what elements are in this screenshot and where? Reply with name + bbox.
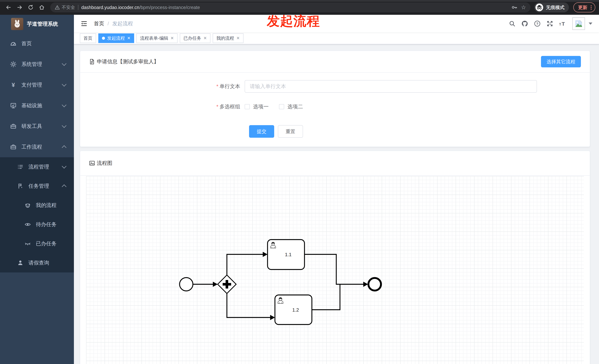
flow-diagram-card-header: 流程图 — [80, 151, 590, 176]
person-icon — [17, 260, 24, 266]
required-asterisk: * — [216, 84, 218, 89]
avatar-dropdown-caret[interactable] — [589, 23, 592, 25]
tab-label: 我的流程 — [216, 35, 234, 41]
bpmn-user-task-1-1[interactable]: 1.1 — [268, 240, 305, 270]
breadcrumb-separator: / — [107, 21, 109, 26]
submit-button[interactable]: 提交 — [249, 125, 274, 138]
dashboard-gauge-icon — [10, 40, 17, 47]
task-label: 1.1 — [285, 252, 291, 257]
checkbox-icon[interactable] — [245, 104, 250, 109]
navbar-actions: ? TT — [505, 17, 592, 30]
sidebar-item-payment[interactable]: ¥ 支付管理 — [0, 75, 74, 95]
workflow-submenu: 流程管理 任务管理 我的流程 待办任务 已办 — [0, 157, 74, 272]
sidebar-item-label: 首页 — [21, 40, 32, 47]
chevron-up-icon — [62, 184, 66, 189]
sidebar-item-label: 流程管理 — [28, 163, 49, 170]
bookmark-star-button[interactable]: ☆ — [521, 5, 526, 10]
tab-form-edit[interactable]: 流程表单-编辑✕ — [136, 34, 177, 43]
eye-icon — [24, 221, 31, 228]
checkbox-label: 选项一 — [253, 103, 269, 110]
github-icon — [521, 20, 528, 27]
sidebar-item-task-mgmt[interactable]: 任务管理 — [0, 177, 74, 196]
logo-rabbit-image — [11, 18, 23, 30]
breadcrumb-home[interactable]: 首页 — [94, 20, 104, 27]
font-size-button[interactable]: TT — [557, 18, 568, 29]
browser-reload-button[interactable] — [26, 3, 35, 12]
bpmn-end-event[interactable] — [368, 278, 381, 290]
tab-initiate-process[interactable]: 发起流程✕ — [98, 34, 134, 43]
sidebar-item-label: 研发工具 — [21, 123, 42, 130]
chevron-down-icon — [62, 103, 66, 107]
sidebar-collapse-button[interactable] — [80, 20, 88, 28]
bpmn-parallel-gateway[interactable] — [218, 275, 236, 294]
browser-home-button[interactable] — [37, 3, 47, 12]
sidebar-item-done-tasks[interactable]: 已办任务 — [0, 234, 74, 253]
bpmn-diagram: 1.1 1.2 — [89, 176, 396, 339]
help-button[interactable]: ? — [532, 18, 543, 29]
chevron-down-icon — [62, 61, 66, 66]
incognito-label: 无痕模式 — [546, 4, 564, 10]
checkbox-option-1[interactable]: 选项一 — [245, 103, 269, 110]
svg-text:T: T — [559, 23, 561, 26]
sidebar-item-my-process[interactable]: 我的流程 — [0, 196, 74, 215]
bpmn-user-task-1-2[interactable]: 1.2 — [275, 295, 312, 324]
sidebar-item-dev-tools[interactable]: 研发工具 — [0, 116, 74, 137]
tab-done-tasks[interactable]: 已办任务✕ — [180, 34, 211, 43]
browser-forward-button[interactable] — [15, 3, 24, 12]
form-actions-row: 提交 重置 — [80, 125, 590, 147]
reset-button[interactable]: 重置 — [278, 125, 303, 138]
close-icon[interactable]: ✕ — [203, 36, 207, 41]
tree-list-icon — [17, 163, 24, 170]
bpmn-start-event[interactable] — [180, 278, 193, 291]
checkbox-option-2[interactable]: 选项二 — [279, 103, 303, 110]
apply-info-title: 申请信息【测试多审批人】 — [97, 58, 159, 65]
flow-diagram-title: 流程图 — [97, 160, 112, 167]
apply-info-card-body: *单行文本 *多选框组 选项一 选项二 提交 重置 — [80, 80, 590, 147]
breadcrumb: 首页 / 发起流程 — [94, 20, 133, 27]
github-link-button[interactable] — [519, 18, 530, 29]
address-bar[interactable]: 不安全 dashboard.yudao.iocoder.cn/bpm/proce… — [50, 2, 530, 12]
sidebar-item-process-mgmt[interactable]: 流程管理 — [0, 157, 74, 177]
app-logo[interactable]: 芋道管理系统 — [0, 15, 74, 33]
chevron-down-icon — [62, 82, 66, 87]
close-icon[interactable]: ✕ — [170, 36, 174, 41]
close-icon[interactable]: ✕ — [236, 36, 240, 41]
fullscreen-button[interactable] — [544, 18, 555, 29]
sidebar-item-home[interactable]: 首页 — [0, 33, 74, 54]
sidebar-item-workflow[interactable]: 工作流程 — [0, 137, 74, 157]
checkbox-group: 选项一 选项二 — [245, 103, 313, 110]
hamburger-outdent-icon — [80, 20, 88, 27]
sidebar-item-leave-query[interactable]: 请假查询 — [0, 253, 74, 272]
close-icon[interactable]: ✕ — [127, 36, 131, 41]
choose-other-process-button[interactable]: 选择其它流程 — [541, 56, 581, 67]
text-field-row: *单行文本 — [80, 80, 590, 93]
sidebar-item-system[interactable]: 系统管理 — [0, 54, 74, 75]
apply-info-card-header: 申请信息【测试多审批人】 选择其它流程 — [80, 51, 590, 73]
bpmn-canvas[interactable]: 1.1 1.2 — [86, 176, 584, 364]
password-key-button[interactable] — [511, 4, 517, 10]
single-line-text-input[interactable] — [245, 80, 537, 93]
task-label: 1.2 — [292, 307, 299, 313]
sidebar-item-infrastructure[interactable]: 基础设施 — [0, 95, 74, 116]
checkbox-icon[interactable] — [279, 104, 284, 109]
browser-update-button[interactable]: 更新 — [573, 2, 595, 12]
browser-toolbar: 不安全 dashboard.yudao.iocoder.cn/bpm/proce… — [0, 0, 599, 15]
checkbox-group-row: *多选框组 选项一 选项二 — [80, 103, 590, 110]
chevron-down-icon — [62, 123, 66, 128]
tags-view-bar: 首页 发起流程✕ 流程表单-编辑✕ 已办任务✕ 我的流程✕ — [74, 32, 599, 44]
top-navbar: 首页 / 发起流程 ? TT — [74, 15, 599, 32]
browser-menu-icon[interactable] — [591, 5, 592, 10]
font-size-icon: TT — [559, 20, 566, 27]
forward-arrow-icon — [17, 4, 23, 10]
chevron-up-icon — [62, 145, 66, 150]
tab-home[interactable]: 首页 — [80, 34, 96, 43]
sidebar-item-label: 请假查询 — [28, 259, 49, 266]
tab-my-process[interactable]: 我的流程✕ — [213, 34, 243, 43]
header-search-button[interactable] — [507, 18, 518, 29]
sidebar-item-label: 工作流程 — [21, 144, 42, 151]
user-avatar[interactable] — [573, 17, 585, 30]
browser-back-button[interactable] — [4, 3, 13, 12]
breadcrumb-current: 发起流程 — [112, 20, 133, 27]
sidebar: 芋道管理系统 首页 系统管理 ¥ 支付管理 基础设施 — [0, 15, 74, 364]
sidebar-item-todo-tasks[interactable]: 待办任务 — [0, 215, 74, 234]
